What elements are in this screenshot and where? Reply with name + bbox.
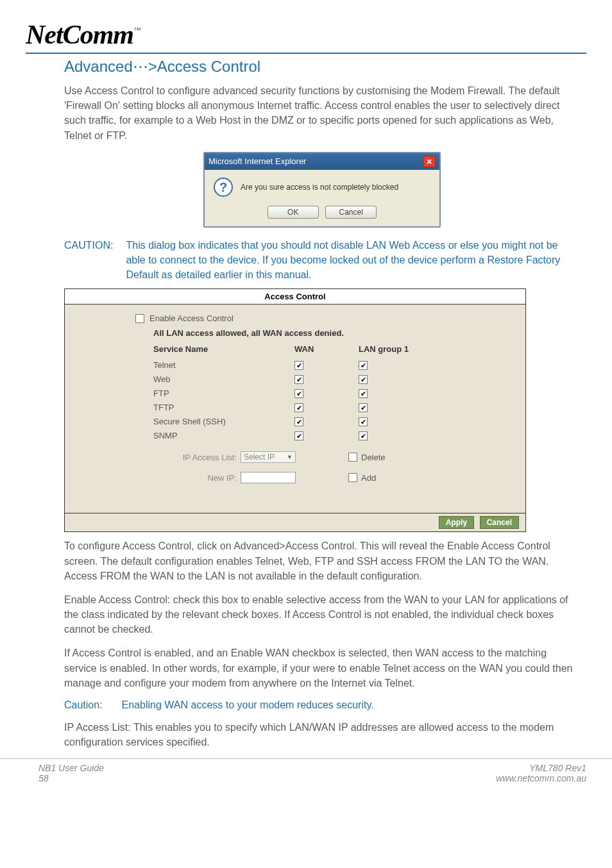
- enable-access-control-label: Enable Access Control: [149, 313, 234, 323]
- table-row: Telnet: [153, 358, 513, 372]
- logo-tm: ™: [133, 26, 141, 35]
- paragraph-configure: To configure Access Control, click on Ad…: [64, 538, 580, 583]
- col-lan: LAN group 1: [359, 344, 436, 354]
- chevron-down-icon: ▼: [287, 454, 293, 460]
- wan-checkbox[interactable]: [294, 389, 303, 398]
- service-label: FTP: [153, 388, 294, 398]
- footer-guide: NB1 User Guide: [38, 763, 104, 773]
- apply-button[interactable]: Apply: [439, 516, 474, 529]
- inline-caution-label: Caution:: [64, 699, 103, 711]
- ie-dialog: Microsoft Internet Explorer × ? Are you …: [203, 152, 441, 228]
- footer-url: www.netcomm.com.au: [496, 773, 586, 783]
- wan-checkbox[interactable]: [294, 417, 303, 426]
- inline-caution-text: Enabling WAN access to your modem reduce…: [122, 699, 374, 711]
- service-label: SNMP: [153, 431, 294, 440]
- service-label: Secure Shell (SSH): [153, 417, 294, 426]
- access-control-panel: Access Control Enable Access Control All…: [64, 288, 526, 532]
- enable-access-control-checkbox[interactable]: [135, 314, 144, 323]
- lan-checkbox[interactable]: [359, 389, 368, 398]
- add-checkbox[interactable]: [348, 473, 357, 482]
- logo-brand: NetComm: [26, 19, 133, 50]
- inline-caution: Caution: Enabling WAN access to your mod…: [64, 699, 580, 711]
- footer-page-number: 58: [38, 773, 104, 783]
- header-rule: [26, 53, 586, 54]
- new-ip-label: New IP:: [153, 473, 237, 483]
- caution-label: CAUTION:: [64, 238, 113, 283]
- lan-checkbox[interactable]: [359, 361, 368, 370]
- table-row: Secure Shell (SSH): [153, 414, 513, 428]
- wan-checkbox[interactable]: [294, 431, 303, 440]
- intro-paragraph: Use Access Control to configure advanced…: [64, 83, 580, 143]
- service-label: Telnet: [153, 360, 294, 370]
- paragraph-iplist: IP Access List: This enables you to spec…: [64, 720, 580, 749]
- question-icon: ?: [214, 178, 233, 197]
- ip-select-value: Select IP: [244, 453, 275, 462]
- col-service-name: Service Name: [153, 344, 294, 354]
- ip-access-list-select[interactable]: Select IP ▼: [241, 451, 296, 463]
- ok-button[interactable]: OK: [268, 206, 319, 219]
- paragraph-enable: Enable Access Control: check this box to…: [64, 592, 580, 637]
- ip-access-list-label: IP Access List:: [153, 453, 237, 462]
- paragraph-enabled: If Access Control is enabled, and an Ena…: [64, 646, 580, 690]
- wan-checkbox[interactable]: [294, 375, 303, 384]
- logo: NetComm™: [26, 19, 586, 50]
- caution-text: This dialog box indicates that you shoul…: [126, 238, 580, 283]
- col-wan: WAN: [294, 344, 359, 354]
- ie-message: Are you sure access is not completely bl…: [241, 183, 398, 192]
- lan-checkbox[interactable]: [359, 431, 368, 440]
- caution-block: CAUTION: This dialog box indicates that …: [64, 238, 580, 283]
- ie-titlebar: Microsoft Internet Explorer ×: [205, 153, 439, 170]
- delete-checkbox[interactable]: [348, 453, 357, 462]
- new-ip-input[interactable]: [241, 472, 296, 483]
- lan-checkbox[interactable]: [359, 403, 368, 412]
- ie-title-text: Microsoft Internet Explorer: [208, 156, 306, 166]
- close-icon[interactable]: ×: [423, 156, 436, 167]
- panel-cancel-button[interactable]: Cancel: [480, 516, 519, 529]
- lan-checkbox[interactable]: [359, 375, 368, 384]
- cancel-button[interactable]: Cancel: [325, 206, 377, 219]
- page-footer: NB1 User Guide 58 YML780 Rev1 www.netcom…: [0, 758, 612, 796]
- table-row: SNMP: [153, 428, 513, 442]
- table-row: TFTP: [153, 400, 513, 414]
- table-row: Web: [153, 372, 513, 386]
- access-control-subheading: All LAN access allowed, all WAN access d…: [153, 328, 513, 338]
- service-label: TFTP: [153, 403, 294, 412]
- services-table: Service Name WAN LAN group 1 Telnet Web: [153, 344, 513, 442]
- wan-checkbox[interactable]: [294, 403, 303, 412]
- service-label: Web: [153, 374, 294, 384]
- wan-checkbox[interactable]: [294, 361, 303, 370]
- lan-checkbox[interactable]: [359, 417, 368, 426]
- table-row: FTP: [153, 386, 513, 400]
- delete-label: Delete: [361, 453, 386, 462]
- footer-rev: YML780 Rev1: [496, 763, 586, 773]
- add-label: Add: [361, 473, 376, 483]
- section-heading: Advanced⋯>Access Control: [64, 58, 586, 76]
- access-control-title: Access Control: [65, 289, 525, 305]
